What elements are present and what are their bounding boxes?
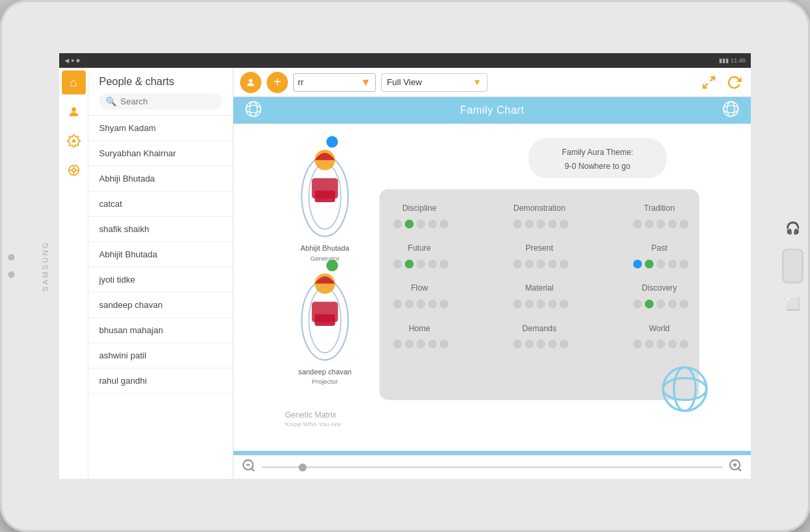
- svg-text:Abhijit Bhutada: Abhijit Bhutada: [301, 244, 350, 252]
- svg-point-54: [428, 259, 437, 268]
- chart-header-icon-right: [722, 100, 740, 121]
- sidebar-settings-btn[interactable]: [62, 129, 86, 153]
- view-select[interactable]: Full View ▼: [381, 73, 487, 92]
- person-sandeep[interactable]: sandeep chavan Projector: [298, 259, 351, 385]
- list-item[interactable]: Abhiji Bhutada: [88, 166, 233, 192]
- svg-point-95: [680, 340, 688, 348]
- svg-point-81: [393, 340, 402, 348]
- svg-point-38: [416, 219, 425, 228]
- battery-status: ▮▮▮ 11:48: [719, 57, 745, 64]
- svg-point-68: [416, 300, 425, 309]
- zoom-in-btn[interactable]: [728, 458, 743, 476]
- main-content: + ▼ Full View ▼: [233, 68, 751, 479]
- svg-point-14: [724, 105, 738, 112]
- svg-point-80: [680, 300, 688, 309]
- add-person-btn[interactable]: [240, 72, 261, 93]
- zoom-slider[interactable]: [261, 466, 723, 468]
- svg-point-63: [656, 259, 665, 268]
- svg-point-50: [680, 219, 688, 228]
- search-input[interactable]: [120, 96, 215, 106]
- svg-point-74: [548, 300, 557, 309]
- search-box[interactable]: 🔍: [99, 93, 222, 110]
- svg-point-75: [560, 300, 569, 309]
- side-dot-1: [8, 254, 15, 261]
- svg-point-45: [560, 219, 569, 228]
- svg-line-102: [251, 468, 254, 471]
- svg-point-44: [548, 219, 557, 228]
- svg-point-70: [440, 300, 448, 309]
- svg-point-93: [656, 340, 665, 348]
- label-future: Future: [408, 243, 431, 253]
- svg-point-8: [249, 78, 252, 82]
- chart-header: Family Chart: [233, 97, 751, 124]
- add-chart-btn[interactable]: +: [267, 72, 288, 93]
- status-bar-left: ◀ ● ■: [65, 57, 80, 64]
- svg-point-37: [405, 219, 414, 228]
- svg-point-89: [548, 340, 557, 348]
- list-item[interactable]: sandeep chavan: [88, 293, 233, 318]
- list-item[interactable]: catcat: [88, 192, 233, 217]
- sidebar-home-btn[interactable]: ⌂: [62, 70, 86, 94]
- home-button[interactable]: [782, 249, 803, 283]
- list-item[interactable]: shafik shaikh: [88, 217, 233, 242]
- zoom-slider-thumb[interactable]: [299, 464, 307, 471]
- label-home: Home: [409, 324, 430, 333]
- svg-point-78: [656, 300, 665, 309]
- sidebar-people-btn[interactable]: [62, 100, 86, 124]
- svg-point-62: [645, 259, 654, 268]
- svg-point-87: [525, 340, 533, 348]
- svg-point-64: [668, 259, 677, 268]
- list-item[interactable]: bhusan mahajan: [88, 318, 233, 343]
- svg-point-39: [428, 219, 437, 228]
- svg-point-61: [633, 259, 642, 268]
- svg-point-84: [428, 340, 437, 348]
- label-world: World: [649, 324, 670, 333]
- people-panel-title: People & charts: [99, 76, 222, 88]
- search-input-wrapper[interactable]: ▼: [293, 73, 376, 92]
- list-item[interactable]: Shyam Kadam: [88, 116, 233, 141]
- person-abhijit[interactable]: Abhijit Bhutada Generator: [301, 136, 350, 262]
- svg-point-92: [645, 340, 654, 348]
- svg-point-40: [440, 219, 448, 228]
- svg-point-47: [645, 219, 654, 228]
- svg-point-90: [560, 340, 569, 348]
- svg-point-53: [416, 259, 425, 268]
- list-item[interactable]: Abhijit Bhutada: [88, 242, 233, 267]
- toolbar: + ▼ Full View ▼: [233, 68, 751, 97]
- svg-point-91: [633, 340, 642, 348]
- list-item[interactable]: Suryabhan Khairnar: [88, 141, 233, 166]
- svg-point-41: [513, 219, 522, 228]
- svg-text:Genetic Matrix: Genetic Matrix: [285, 410, 336, 420]
- list-item[interactable]: jyoti tidke: [88, 267, 233, 293]
- tablet-side-buttons-left: [8, 254, 15, 278]
- svg-point-15: [727, 102, 734, 116]
- svg-text:Family Aura Theme:: Family Aura Theme:: [562, 148, 633, 157]
- svg-point-11: [246, 105, 261, 112]
- svg-point-48: [656, 219, 665, 228]
- svg-point-16: [724, 102, 738, 116]
- view-select-arrow[interactable]: ▼: [473, 77, 481, 87]
- svg-point-69: [428, 300, 437, 309]
- sidebar-profile-btn[interactable]: [62, 158, 86, 182]
- svg-text:9-0 Nowhere to go: 9-0 Nowhere to go: [565, 162, 630, 171]
- genetic-matrix-logo: Genetic Matrix Know Who You Are: [285, 410, 341, 428]
- svg-point-76: [633, 300, 642, 309]
- expand-btn[interactable]: [699, 72, 719, 92]
- svg-point-60: [560, 259, 569, 268]
- label-discovery: Discovery: [642, 283, 677, 293]
- label-past: Past: [651, 243, 668, 253]
- copy-icon: ⬜: [785, 297, 800, 311]
- tablet-screen: ◀ ● ■ ▮▮▮ 11:48 ⌂: [59, 53, 751, 479]
- refresh-btn[interactable]: [724, 72, 744, 92]
- list-item[interactable]: rahul gandhi: [88, 368, 233, 394]
- input-dropdown-arrow[interactable]: ▼: [360, 76, 371, 88]
- chart-search-input[interactable]: [298, 77, 358, 87]
- app-area: ⌂: [59, 68, 751, 479]
- list-item[interactable]: ashwini patil: [88, 343, 233, 368]
- svg-text:Generator: Generator: [310, 255, 340, 262]
- svg-point-13: [246, 102, 261, 116]
- svg-point-82: [405, 340, 414, 348]
- svg-point-59: [548, 259, 557, 268]
- zoom-out-btn[interactable]: [241, 458, 256, 476]
- svg-rect-33: [529, 138, 667, 178]
